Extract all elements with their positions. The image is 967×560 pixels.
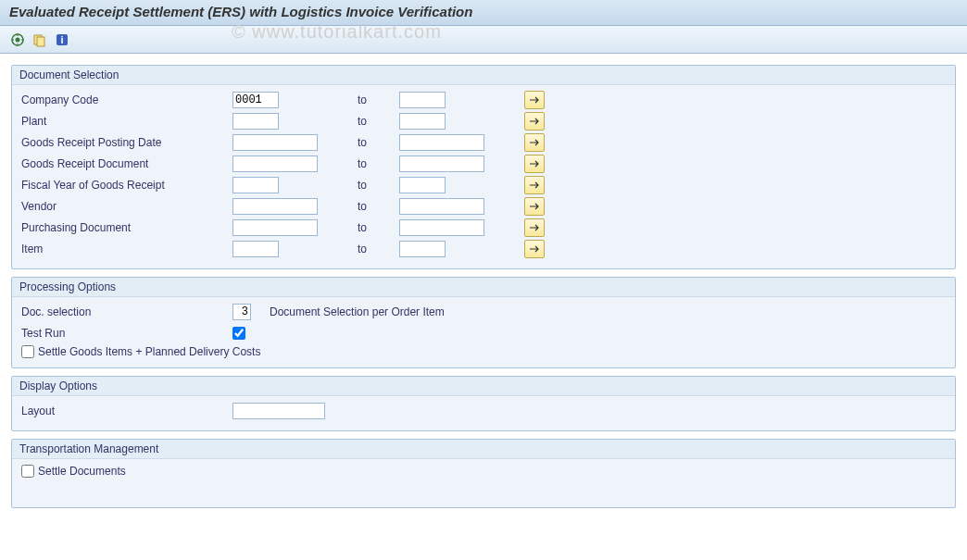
page-title: Evaluated Receipt Settlement (ERS) with …	[0, 0, 967, 26]
input-gr-post-date-from[interactable]	[232, 134, 318, 151]
input-vendor-from[interactable]	[232, 198, 318, 215]
row-doc-selection: Doc. selection Document Selection per Or…	[19, 301, 948, 322]
multi-select-button[interactable]	[524, 240, 545, 258]
input-company-code-from[interactable]	[232, 92, 279, 108]
group-transportation-mgmt: Transportation Management Settle Documen…	[11, 439, 956, 508]
to-label: to	[358, 136, 399, 149]
group-processing-options: Processing Options Doc. selection Docume…	[11, 277, 956, 368]
multi-select-button[interactable]	[524, 155, 545, 173]
input-layout[interactable]	[232, 403, 325, 419]
label-gr-document: Goods Receipt Document	[19, 157, 232, 170]
input-gr-post-date-to[interactable]	[399, 134, 484, 151]
multi-select-button[interactable]	[524, 91, 545, 109]
multi-select-button[interactable]	[524, 176, 545, 194]
label-test-run: Test Run	[19, 327, 232, 340]
group-title-proc-opt: Processing Options	[12, 278, 955, 297]
multi-select-button[interactable]	[524, 197, 545, 216]
row-test-run: Test Run	[19, 322, 948, 343]
input-fy-gr-from[interactable]	[232, 177, 279, 193]
label-layout: Layout	[19, 404, 232, 417]
row-fiscal-year: Fiscal Year of Goods Receipt to	[19, 174, 948, 195]
to-label: to	[358, 243, 399, 255]
label-item: Item	[19, 243, 232, 255]
label-gr-posting-date: Goods Receipt Posting Date	[19, 136, 232, 149]
row-item: Item to	[19, 238, 948, 259]
row-layout: Layout	[19, 400, 948, 421]
row-gr-posting-date: Goods Receipt Posting Date to	[19, 131, 948, 153]
svg-rect-7	[37, 37, 44, 46]
row-settle-documents: Settle Documents	[19, 463, 948, 478]
label-settle-goods: Settle Goods Items + Planned Delivery Co…	[38, 345, 260, 358]
input-fy-gr-to[interactable]	[399, 177, 446, 193]
input-doc-selection[interactable]	[232, 304, 251, 320]
to-label: to	[358, 179, 399, 192]
to-label: to	[358, 221, 399, 234]
input-company-code-to[interactable]	[399, 92, 446, 108]
group-display-options: Display Options Layout	[11, 376, 956, 431]
to-label: to	[358, 115, 399, 128]
group-title-trans-mgmt: Transportation Management	[12, 440, 955, 459]
group-document-selection: Document Selection Company Code to Plant…	[11, 65, 956, 269]
multi-select-button[interactable]	[524, 112, 545, 131]
checkbox-settle-goods[interactable]	[21, 345, 34, 358]
input-plant-from[interactable]	[232, 113, 279, 130]
label-fiscal-year: Fiscal Year of Goods Receipt	[19, 179, 232, 192]
row-settle-goods: Settle Goods Items + Planned Delivery Co…	[19, 343, 948, 358]
label-doc-selection: Doc. selection	[19, 305, 232, 318]
label-settle-documents: Settle Documents	[38, 465, 126, 478]
row-gr-document: Goods Receipt Document to	[19, 153, 948, 174]
input-gr-doc-to[interactable]	[399, 156, 484, 172]
row-vendor: Vendor to	[19, 195, 948, 217]
row-company-code: Company Code to	[19, 89, 948, 110]
svg-point-1	[16, 37, 20, 42]
to-label: to	[358, 157, 399, 170]
label-vendor: Vendor	[19, 200, 232, 213]
toolbar: i © www.tutorialkart.com	[0, 26, 967, 54]
group-title-doc-sel: Document Selection	[12, 66, 955, 85]
group-title-display-opt: Display Options	[12, 377, 955, 396]
row-purchasing-doc: Purchasing Document to	[19, 217, 948, 238]
variant-icon[interactable]	[31, 31, 48, 48]
input-plant-to[interactable]	[399, 113, 446, 130]
label-purchasing-doc: Purchasing Document	[19, 221, 232, 234]
execute-icon[interactable]	[9, 31, 26, 48]
input-item-to[interactable]	[399, 241, 446, 257]
input-gr-doc-from[interactable]	[232, 156, 318, 172]
label-company-code: Company Code	[19, 93, 232, 106]
input-vendor-to[interactable]	[399, 198, 484, 215]
info-icon[interactable]: i	[54, 31, 70, 48]
to-label: to	[358, 93, 399, 106]
input-purch-doc-to[interactable]	[399, 219, 484, 236]
input-item-from[interactable]	[232, 241, 279, 257]
multi-select-button[interactable]	[524, 133, 545, 152]
svg-text:i: i	[60, 34, 63, 45]
doc-selection-desc: Document Selection per Order Item	[260, 305, 445, 318]
label-plant: Plant	[19, 115, 232, 128]
multi-select-button[interactable]	[524, 218, 545, 237]
checkbox-settle-documents[interactable]	[21, 465, 34, 478]
input-purch-doc-from[interactable]	[232, 219, 318, 236]
to-label: to	[358, 200, 399, 213]
checkbox-test-run[interactable]	[232, 327, 245, 340]
row-plant: Plant to	[19, 110, 948, 131]
